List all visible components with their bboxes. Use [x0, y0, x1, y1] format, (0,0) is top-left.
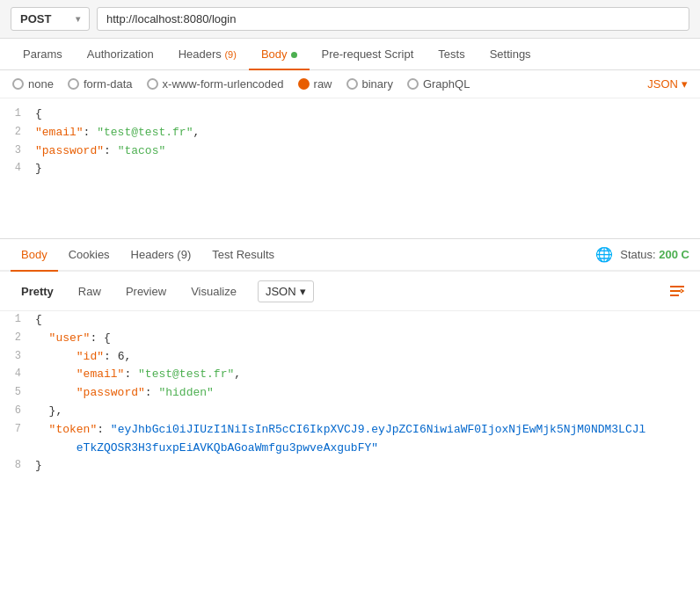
- radio-circle-graphql: [407, 78, 419, 90]
- method-select[interactable]: POST ▾: [11, 7, 90, 31]
- tab-prerequest[interactable]: Pre-request Script: [310, 39, 427, 69]
- response-tabs: Body Cookies Headers (9) Test Results 🌐 …: [0, 239, 700, 272]
- tab-headers[interactable]: Headers (9): [166, 39, 249, 69]
- response-tab-headers[interactable]: Headers (9): [120, 239, 202, 270]
- request-code-editor[interactable]: 1 { 2 "email": "test@test.fr", 3 "passwo…: [0, 98, 700, 239]
- view-tab-pretty[interactable]: Pretty: [11, 280, 64, 302]
- radio-circle-none: [12, 78, 24, 90]
- radio-urlencoded[interactable]: x-www-form-urlencoded: [147, 77, 284, 91]
- response-line-2: 2 "user": {: [0, 330, 700, 348]
- method-chevron-icon: ▾: [76, 14, 80, 24]
- chevron-down-icon: ▾: [682, 77, 688, 91]
- response-body: 1 { 2 "user": { 3 "id": 6, 4 "email": "t…: [0, 311, 700, 476]
- url-bar: POST ▾: [0, 0, 700, 39]
- response-tab-testresults[interactable]: Test Results: [201, 239, 285, 270]
- response-line-5: 5 "password": "hidden": [0, 384, 700, 403]
- view-tabs: Pretty Raw Preview Visualize JSON ▾: [0, 272, 700, 311]
- response-status: 🌐 Status: 200 C: [595, 246, 689, 263]
- request-tabs: Params Authorization Headers (9) Body Pr…: [0, 39, 700, 70]
- radio-circle-binary: [346, 78, 358, 90]
- radio-circle-urlencoded: [147, 78, 158, 90]
- view-tab-visualize[interactable]: Visualize: [180, 280, 247, 302]
- radio-none[interactable]: none: [12, 77, 54, 91]
- tab-settings[interactable]: Settings: [478, 39, 543, 69]
- response-line-7: 7 "token": "eyJhbGci0iJIUzI1NiIsInR5cCI6…: [0, 421, 700, 440]
- tab-params[interactable]: Params: [11, 39, 75, 69]
- tab-tests[interactable]: Tests: [426, 39, 477, 69]
- request-line-3: 3 "password": "tacos": [0, 142, 700, 161]
- globe-icon: 🌐: [595, 246, 613, 263]
- response-tab-body[interactable]: Body: [11, 239, 58, 270]
- method-label: POST: [20, 12, 51, 25]
- wrap-icon[interactable]: [665, 279, 689, 303]
- view-tab-preview[interactable]: Preview: [115, 280, 177, 302]
- tab-body[interactable]: Body: [249, 39, 310, 69]
- response-line-6: 6 },: [0, 403, 700, 421]
- format-dropdown[interactable]: JSON ▾: [647, 77, 688, 91]
- request-line-1: 1 {: [0, 105, 700, 124]
- request-line-4: 4 }: [0, 160, 700, 178]
- response-line-8: 8 }: [0, 457, 700, 476]
- response-line-1: 1 {: [0, 311, 700, 330]
- body-type-bar: none form-data x-www-form-urlencoded raw…: [0, 70, 700, 98]
- radio-circle-raw: [298, 78, 310, 90]
- radio-graphql[interactable]: GraphQL: [407, 77, 470, 91]
- request-line-2: 2 "email": "test@test.fr",: [0, 124, 700, 142]
- radio-circle-form-data: [68, 78, 79, 90]
- tab-authorization[interactable]: Authorization: [75, 39, 166, 69]
- response-line-3: 3 "id": 6,: [0, 348, 700, 367]
- radio-raw[interactable]: raw: [298, 77, 332, 91]
- format-chevron-icon: ▾: [300, 285, 306, 298]
- response-line-7b: eTkZQOSR3H3fuxpEiAVKQbAGoaWmfgu3pwveAxgu…: [0, 440, 700, 458]
- view-tab-raw[interactable]: Raw: [68, 280, 112, 302]
- response-line-4: 4 "email": "test@test.fr",: [0, 366, 700, 384]
- response-format-select[interactable]: JSON ▾: [258, 280, 314, 302]
- radio-binary[interactable]: binary: [346, 77, 393, 91]
- url-input[interactable]: [97, 7, 689, 31]
- response-tab-cookies[interactable]: Cookies: [58, 239, 120, 270]
- radio-form-data[interactable]: form-data: [68, 77, 133, 91]
